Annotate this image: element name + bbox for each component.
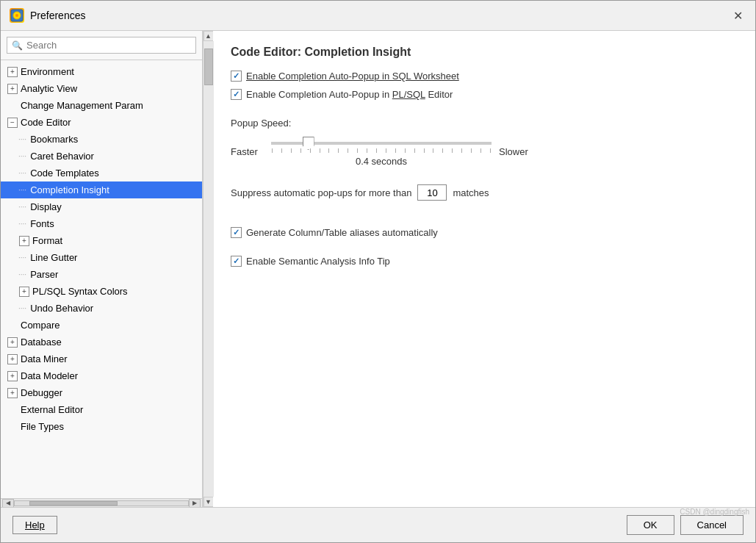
slider-row: Faster 0.4 seconds [231, 136, 738, 167]
sidebar-item-display[interactable]: ···· Display [1, 198, 202, 215]
popup-speed-section: Popup Speed: Faster [231, 118, 738, 167]
sidebar-item-database[interactable]: + Database [1, 334, 202, 350]
sidebar-item-label: Format [30, 234, 65, 247]
dots-icon: ···· [18, 135, 26, 143]
suppress-number-input[interactable] [417, 184, 447, 201]
faster-label: Faster [231, 146, 264, 157]
checkbox-aliases[interactable] [231, 227, 242, 238]
sidebar-item-label: PL/SQL Syntax Colors [30, 285, 130, 298]
expander-placeholder [7, 320, 18, 331]
popup-speed-label: Popup Speed: [231, 118, 738, 129]
sidebar-item-debugger[interactable]: + Debugger [1, 384, 202, 401]
bottom-bar: Help OK Cancel [1, 507, 755, 542]
sidebar-item-completion-insight[interactable]: ···· Completion Insight [1, 181, 202, 198]
search-input[interactable] [26, 40, 191, 51]
title-bar: Preferences ✕ [1, 1, 755, 31]
scroll-left-arrow[interactable]: ◀ [2, 499, 14, 508]
sidebar-hscrollbar[interactable]: ◀ ▶ [1, 498, 202, 507]
checkbox-1[interactable] [231, 71, 242, 82]
sidebar-item-plsql-syntax[interactable]: + PL/SQL Syntax Colors [1, 283, 202, 300]
help-button[interactable]: Help [12, 516, 57, 534]
sidebar-item-data-miner[interactable]: + Data Miner [1, 350, 202, 367]
checkbox-row-1: Enable Completion Auto-Popup in SQL Work… [231, 71, 738, 82]
sidebar-item-label: Code Templates [28, 167, 101, 179]
dots-icon: ···· [18, 253, 26, 262]
sidebar-item-file-types[interactable]: File Types [1, 418, 202, 435]
speed-slider[interactable] [271, 142, 492, 145]
sidebar-item-label: Line Gutter [28, 251, 79, 264]
sidebar-item-caret-behavior[interactable]: ···· Caret Behavior [1, 148, 202, 165]
scroll-up-arrow[interactable]: ▲ [204, 31, 214, 41]
sidebar: 🔍 + Environment + Analytic View [1, 31, 203, 507]
expander-icon: + [18, 286, 30, 298]
sidebar-item-label: Parser [28, 268, 60, 281]
suppress-label-after: matches [453, 187, 489, 198]
cancel-button[interactable]: Cancel [680, 515, 744, 535]
dots-icon: ···· [18, 152, 26, 160]
ok-button[interactable]: OK [627, 515, 674, 535]
sidebar-item-label: Environment [18, 65, 76, 78]
scroll-track[interactable] [204, 41, 214, 497]
sidebar-item-label: Data Modeler [18, 370, 80, 382]
suppress-label-before: Suppress automatic pop-ups for more than [231, 187, 411, 198]
checkbox-semantic[interactable] [231, 256, 242, 267]
slider-container: 0.4 seconds [271, 136, 492, 167]
expander-icon: + [7, 66, 18, 78]
sidebar-item-bookmarks[interactable]: ···· Bookmarks [1, 131, 202, 148]
sidebar-item-label: Compare [18, 319, 62, 331]
sidebar-item-label: Bookmarks [28, 133, 80, 145]
sidebar-item-analytic-view[interactable]: + Analytic View [1, 80, 202, 97]
checkbox-semantic-label: Enable Semantic Analysis Info Tip [246, 256, 390, 267]
dots-icon: ···· [18, 304, 26, 312]
sidebar-item-external-editor[interactable]: External Editor [1, 401, 202, 418]
sidebar-item-label: Data Miner [18, 353, 70, 365]
sidebar-item-format[interactable]: + Format [1, 232, 202, 249]
suppress-section: Suppress automatic pop-ups for more than… [231, 184, 738, 201]
sidebar-item-label: Display [28, 201, 64, 213]
expander-placeholder [7, 100, 18, 112]
dialog-title: Preferences [30, 10, 723, 21]
tree-container: + Environment + Analytic View Change Man… [1, 60, 202, 498]
dots-icon: ···· [18, 169, 26, 177]
sidebar-item-compare[interactable]: Compare [1, 317, 202, 334]
expander-placeholder [7, 421, 18, 433]
svg-point-2 [15, 14, 18, 17]
help-label: Help [25, 519, 45, 531]
checkbox-2[interactable] [231, 89, 242, 100]
scroll-thumb[interactable] [29, 501, 118, 506]
sidebar-item-label: Completion Insight [28, 184, 112, 196]
expander-icon: + [18, 235, 30, 247]
scroll-thumb[interactable] [204, 48, 213, 85]
app-icon [10, 8, 24, 23]
scroll-track[interactable] [14, 500, 189, 506]
sidebar-item-label: Undo Behavior [28, 302, 96, 314]
watermark: CSDN @dingdingfish [680, 508, 749, 516]
close-button[interactable]: ✕ [729, 7, 746, 24]
sidebar-item-label: External Editor [18, 403, 85, 416]
checkbox-aliases-label: Generate Column/Table aliases automatica… [246, 227, 438, 238]
sidebar-vscrollbar[interactable]: ▲ ▼ [203, 31, 213, 507]
sidebar-item-code-editor[interactable]: − Code Editor [1, 114, 202, 131]
dots-icon: ···· [18, 203, 26, 211]
dots-icon: ···· [18, 186, 26, 194]
scroll-down-arrow[interactable]: ▼ [204, 497, 214, 507]
sidebar-item-label: Analytic View [18, 82, 79, 95]
sidebar-item-fonts[interactable]: ···· Fonts [1, 215, 202, 232]
checkbox-row-semantic: Enable Semantic Analysis Info Tip [231, 256, 738, 267]
sidebar-item-environment[interactable]: + Environment [1, 63, 202, 80]
scroll-right-arrow[interactable]: ▶ [189, 499, 201, 508]
checkbox-2-label: Enable Completion Auto-Popup in PL/SQL E… [246, 89, 453, 100]
checkbox-row-aliases: Generate Column/Table aliases automatica… [231, 227, 738, 238]
sidebar-item-change-mgmt[interactable]: Change Management Param [1, 97, 202, 114]
expander-icon: + [7, 337, 18, 348]
sidebar-item-line-gutter[interactable]: ···· Line Gutter [1, 249, 202, 266]
right-panel: Code Editor: Completion Insight Enable C… [213, 31, 755, 507]
panel-title: Code Editor: Completion Insight [231, 46, 738, 59]
expander-icon: + [7, 387, 18, 399]
sidebar-item-undo-behavior[interactable]: ···· Undo Behavior [1, 300, 202, 317]
sidebar-item-code-templates[interactable]: ···· Code Templates [1, 165, 202, 181]
sidebar-item-data-modeler[interactable]: + Data Modeler [1, 367, 202, 384]
search-box: 🔍 [1, 31, 202, 60]
action-buttons: OK Cancel [627, 515, 744, 535]
sidebar-item-parser[interactable]: ···· Parser [1, 266, 202, 283]
